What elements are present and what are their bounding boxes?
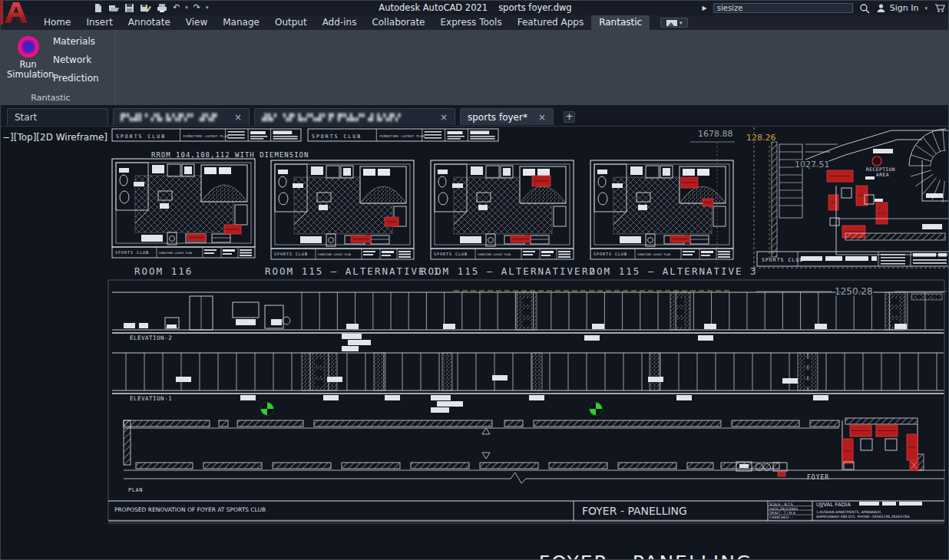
ribbon-tab-bar: HomeInsertAnnotateViewManageOutputAdd-in… <box>1 15 949 30</box>
run-simulation-icon <box>18 36 39 58</box>
sheet-header-strips: SPORTS CLUBFURNITURE LAYOUT PLANSPORTS C… <box>112 129 498 141</box>
svg-text:FURNITURE LAYOUT PLAN: FURNITURE LAYOUT PLAN <box>318 253 351 256</box>
ribbon-tab-rantastic[interactable]: Rantastic <box>591 15 650 30</box>
svg-text:FURNITURE LAYOUT PLAN: FURNITURE LAYOUT PLAN <box>184 134 229 138</box>
file-tab-redacted-1[interactable]: ▛▚▟▌▘▞▙ ▙▚▛▞▘ ▟▚▛ × <box>113 108 250 125</box>
viewport-controls[interactable]: −][Top][2D Wireframe] <box>2 132 107 143</box>
bottom-caption: FOYER - PANELLING <box>539 552 752 560</box>
room-plan: SPORTS CLUBFURNITURE LAYOUT PLAN <box>431 160 574 259</box>
plan-label: PLAN <box>128 487 143 493</box>
new-file-icon[interactable] <box>93 3 103 13</box>
search-input[interactable] <box>713 3 853 13</box>
search-expand-icon[interactable]: ▶ <box>703 5 707 12</box>
foyer-label: FOYER <box>807 474 829 481</box>
new-tab-button[interactable]: + <box>564 111 575 123</box>
close-icon[interactable]: × <box>440 112 448 123</box>
svg-text:FURNITURE LAYOUT PLAN: FURNITURE LAYOUT PLAN <box>478 253 511 256</box>
signin-caret-icon[interactable]: ▾ <box>924 5 928 12</box>
room-plan: SPORTS CLUBFURNITURE LAYOUT PLAN <box>112 159 255 258</box>
open-folder-icon[interactable] <box>108 3 119 13</box>
svg-text:SPORTS CLUB: SPORTS CLUB <box>274 252 308 256</box>
ribbon-tab-annotate[interactable]: Annotate <box>121 15 178 30</box>
room-plan: SPORTS CLUBFURNITURE LAYOUT PLAN <box>590 160 733 259</box>
svg-text:SPORTS CLUB: SPORTS CLUB <box>116 133 166 140</box>
ribbon-panel-area: Run Simulation MaterialsNetworkPredictio… <box>1 30 949 105</box>
titleblock-scale: SCALE : N.T.S <box>769 502 793 506</box>
run-label-line1: Run <box>19 59 36 70</box>
ribbon-tab-express-tools[interactable]: Express Tools <box>432 15 509 30</box>
elevation-1-drawing <box>112 353 944 413</box>
titleblock-checked: CHEKCHED : - <box>769 516 794 519</box>
autocad-window: ↶ ▾ ↷ ▾ Autodesk AutoCAD 2021 sports foy… <box>0 0 949 560</box>
ribbon-tab-output[interactable]: Output <box>267 15 315 30</box>
dimension-1678: 1678.88 <box>698 129 733 139</box>
panel-item-prediction[interactable]: Prediction <box>53 73 99 84</box>
panel-title[interactable]: Rantastic <box>1 93 101 103</box>
titleblock-date: DATE:28/2/2005 <box>769 507 798 511</box>
room-115-alt2-label: ROOM 115 – ALTERNATIVE 2 <box>421 265 597 277</box>
room-115-alt1-label: ROOM 115 – ALTERNATIVE 1 <box>265 265 441 277</box>
save-icon[interactable] <box>124 3 134 13</box>
window-title: Autodesk AutoCAD 2021 sports foyer.dwg <box>379 2 571 13</box>
file-tab-sports-foyer[interactable]: sports foyer* × <box>460 108 554 125</box>
qat-dropdown-caret-icon[interactable]: ▾ <box>206 2 209 13</box>
plot-icon[interactable] <box>157 3 167 13</box>
run-simulation-button[interactable]: Run Simulation <box>7 35 49 80</box>
drawing-canvas[interactable]: SPORTS CLUBFURNITURE LAYOUT PLANSPORTS C… <box>1 126 949 560</box>
undo-icon[interactable]: ↶ <box>173 2 180 13</box>
start-tab-label: Start <box>15 112 37 123</box>
app-store-icon[interactable] <box>934 3 945 13</box>
svg-text:SPORTS CLUB: SPORTS CLUB <box>434 252 468 256</box>
dimension-1027: 1027.51 <box>795 160 830 170</box>
close-icon[interactable]: × <box>538 112 546 123</box>
redo-icon[interactable]: ↷ <box>193 2 200 13</box>
titleblock-architect: UJJVAL FADIA <box>816 502 851 508</box>
ribbon-tab-add-ins[interactable]: Add-ins <box>315 15 365 30</box>
dimension-1250: 1250.28 <box>835 286 873 297</box>
titleblock-address2: AHMEDABAD-380 015. PHONE:-26565190,26563… <box>816 515 911 519</box>
elevation-1-label: ELEVATION-1 <box>130 395 172 402</box>
titleblock-address1: 1,KUSHAN APARTMENTS, AMBAWADI, <box>816 510 882 514</box>
workspace-image-dropdown[interactable]: ▾ <box>660 18 688 28</box>
svg-text:SPORTS CLUB: SPORTS CLUB <box>762 257 803 263</box>
redacted-tab-label: ▛▚▟▌▘▞▙ ▙▚▛▞▘ ▟▚▛ <box>121 114 218 121</box>
sign-in-label: Sign In <box>890 3 919 13</box>
green-marker-icon <box>590 403 603 416</box>
svg-text:FURNITURE LAYOUT PLAN: FURNITURE LAYOUT PLAN <box>379 134 425 138</box>
image-icon <box>666 20 677 26</box>
ribbon-tab-view[interactable]: View <box>178 15 215 30</box>
save-as-icon[interactable] <box>140 3 151 13</box>
room-116-label: ROOM 116 <box>134 265 193 277</box>
reception-area-label: RECEPTION <box>866 166 895 172</box>
ribbon-tab-insert[interactable]: Insert <box>78 15 120 30</box>
app-title: Autodesk AutoCAD 2021 <box>379 2 488 13</box>
ribbon-tab-home[interactable]: Home <box>36 15 78 30</box>
cad-drawing: SPORTS CLUBFURNITURE LAYOUT PLANSPORTS C… <box>1 127 949 560</box>
panel-item-materials[interactable]: Materials <box>53 36 99 47</box>
file-tab-redacted-2[interactable]: ▟▙▘ ▚▛ ▙▞▚▟▘▛ ▛▚▙▞▘▟ ▙▚▛▞ × <box>254 108 455 125</box>
rantastic-panel-items: MaterialsNetworkPrediction <box>53 36 99 84</box>
titleblock-dealt: DEALT : T I N A <box>769 511 796 515</box>
generated-geometry: SPORTS CLUBFURNITURE LAYOUT PLANSPORTS C… <box>108 127 949 523</box>
sign-in-button[interactable]: Sign In <box>876 3 919 13</box>
close-icon[interactable]: × <box>234 112 242 123</box>
undo-caret-icon[interactable]: ▾ <box>185 2 188 13</box>
ribbon-tab-manage[interactable]: Manage <box>215 15 267 30</box>
file-tab-bar: Start ▛▚▟▌▘▞▙ ▙▚▛▞▘ ▟▚▛ × ▟▙▘ ▚▛ ▙▞▚▟▘▛ … <box>1 105 949 126</box>
autocad-logo-icon[interactable] <box>1 1 31 25</box>
search-icon[interactable] <box>859 3 870 14</box>
quick-access-toolbar: ↶ ▾ ↷ ▾ <box>93 2 208 13</box>
rantastic-panel: Run Simulation MaterialsNetworkPredictio… <box>1 30 116 105</box>
file-tab-start[interactable]: Start <box>7 108 108 125</box>
panel-item-network[interactable]: Network <box>53 54 99 65</box>
green-marker-icon <box>261 403 274 416</box>
titleblock-sheet-title: FOYER - PANELLING <box>582 505 687 517</box>
user-icon <box>876 3 886 13</box>
svg-text:FURNITURE LAYOUT PLAN: FURNITURE LAYOUT PLAN <box>159 252 192 255</box>
ribbon-tab-collaborate[interactable]: Collaborate <box>364 15 432 30</box>
title-bar: ↶ ▾ ↷ ▾ Autodesk AutoCAD 2021 sports foy… <box>1 1 949 15</box>
room-115-alt3-label: ROOM 115 – ALTERNATIVE 3 <box>582 265 758 277</box>
elevation-2-drawing <box>112 291 944 351</box>
svg-text:FURNITURE LAYOUT PLAN: FURNITURE LAYOUT PLAN <box>637 253 670 256</box>
ribbon-tab-featured-apps[interactable]: Featured Apps <box>510 15 591 30</box>
